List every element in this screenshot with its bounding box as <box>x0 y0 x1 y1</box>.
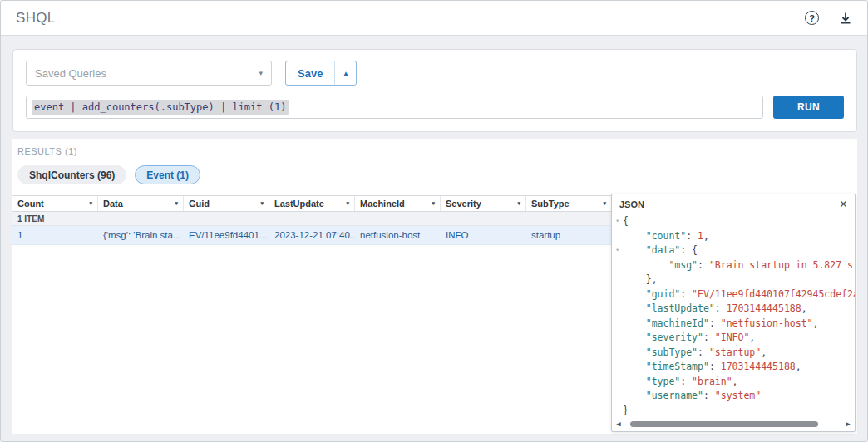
json-token-str: "Brain startup in 5.827 s (pid 1)" <box>709 259 855 271</box>
scrollbar-track[interactable] <box>624 419 843 430</box>
scroll-right-icon[interactable]: ▶ <box>843 417 853 431</box>
query-card: Saved Queries ▾ Save ▲ event | add_count… <box>12 49 857 132</box>
json-token-punct: : <box>680 244 692 256</box>
saved-queries-placeholder: Saved Queries <box>35 67 106 80</box>
help-icon[interactable]: ? <box>805 11 819 25</box>
column-label: Data <box>103 199 123 209</box>
json-line: }, <box>612 273 855 287</box>
gutter-spacer <box>612 375 623 390</box>
table-cell: {'msg': 'Brain sta... <box>98 230 184 240</box>
json-token-punct: } <box>623 405 629 416</box>
page-title: SHQL <box>16 10 56 27</box>
download-icon[interactable] <box>839 12 852 25</box>
json-token-key: "count" <box>646 230 686 242</box>
column-header-severity[interactable]: Severity▾ <box>441 196 526 211</box>
table-cell: EV/11ee9fd4401... <box>184 230 269 240</box>
json-body: ▾{ "count": 1,▾ "data": { "msg": "Brain … <box>612 214 855 431</box>
json-panel-title: JSON <box>619 199 644 209</box>
json-code: "guid": "EV/11ee9fd440107f42945cdef2a46b… <box>623 287 855 302</box>
json-token-str: "startup" <box>709 346 761 358</box>
column-header-lastupdate[interactable]: LastUpdate▾ <box>269 196 355 211</box>
json-panel-header: JSON × <box>612 194 855 214</box>
column-label: SubType <box>531 199 570 209</box>
collapse-icon[interactable]: ▾ <box>612 214 623 229</box>
column-header-guid[interactable]: Guid▾ <box>184 196 269 211</box>
sort-caret-icon[interactable]: ▾ <box>89 200 92 207</box>
save-button[interactable]: Save <box>286 61 334 85</box>
gutter-spacer <box>612 287 623 302</box>
sort-caret-icon[interactable]: ▾ <box>432 200 435 207</box>
column-header-subtype[interactable]: SubType▾ <box>526 196 612 211</box>
results-label: RESULTS (1) <box>12 139 857 156</box>
results-tab-event[interactable]: Event (1) <box>135 165 200 184</box>
sort-caret-icon[interactable]: ▾ <box>175 200 178 207</box>
json-token-punct: : <box>709 361 721 372</box>
json-token-str: "brain" <box>692 376 732 387</box>
column-label: MachineId <box>360 199 405 209</box>
json-token-key: "username" <box>646 390 703 401</box>
column-label: Guid <box>189 199 210 209</box>
collapse-icon[interactable]: ▾ <box>612 243 623 258</box>
column-header-count[interactable]: Count▾ <box>12 196 98 211</box>
json-token-str: "system" <box>715 390 761 401</box>
gutter-spacer <box>612 331 623 346</box>
close-icon[interactable]: × <box>840 198 847 211</box>
query-input[interactable]: event | add_counters(.subType) | limit (… <box>26 96 763 119</box>
sort-caret-icon[interactable]: ▾ <box>260 200 264 207</box>
json-line: "msg": "Brain startup in 5.827 s (pid 1)… <box>612 258 855 273</box>
json-line: "username": "system" <box>612 389 855 404</box>
json-token-punct: , <box>796 361 801 372</box>
gutter-spacer <box>612 360 623 375</box>
query-text: event | add_counters(.subType) | limit (… <box>32 100 289 115</box>
scroll-left-icon[interactable]: ◀ <box>614 417 624 431</box>
json-line: ▾ "data": { <box>612 243 855 258</box>
sort-caret-icon[interactable]: ▾ <box>603 200 606 207</box>
column-header-machineid[interactable]: MachineId▾ <box>355 196 441 211</box>
gutter-spacer <box>612 346 623 361</box>
json-token-num: 1703144445188 <box>721 361 796 372</box>
json-token-punct: , <box>761 346 767 358</box>
json-line: "subType": "startup", <box>612 346 855 361</box>
json-line: "guid": "EV/11ee9fd440107f42945cdef2a46b… <box>612 287 855 302</box>
scrollbar-thumb[interactable] <box>630 421 818 427</box>
results-tab-shqlcounters[interactable]: ShqlCounters (96) <box>17 165 126 184</box>
json-token-punct: , <box>732 376 738 387</box>
json-token-num: 1703144445188 <box>727 302 801 314</box>
json-token-punct: : <box>686 230 698 242</box>
json-token-punct: : <box>680 288 692 300</box>
table-cell: netfusion-host <box>355 230 441 240</box>
top-bar: SHQL ? <box>1 1 867 36</box>
json-code: "timeStamp": 1703144445188, <box>623 360 801 375</box>
json-lines: ▾{ "count": 1,▾ "data": { "msg": "Brain … <box>612 214 855 418</box>
table-cell: 2023-12-21 07:40... <box>269 230 355 240</box>
json-code: "count": 1, <box>623 229 709 244</box>
json-token-key: "guid" <box>646 288 681 300</box>
table-cell: 1 <box>12 230 98 240</box>
json-token-punct: : <box>703 332 715 343</box>
json-line: } <box>612 404 855 419</box>
table-header-row: Count▾Data▾Guid▾LastUpdate▾MachineId▾Sev… <box>12 195 612 212</box>
json-token-punct: , <box>813 317 819 329</box>
json-code: "machineId": "netfusion-host", <box>623 317 818 332</box>
table-row[interactable]: 1{'msg': 'Brain sta...EV/11ee9fd4401...2… <box>12 226 612 245</box>
run-button[interactable]: RUN <box>773 96 844 119</box>
json-token-key: "severity" <box>646 332 703 343</box>
json-token-str: "EV/11ee9fd440107f42945cdef2a46bc29e" <box>692 288 855 300</box>
saved-queries-select[interactable]: Saved Queries ▾ <box>26 61 272 86</box>
horizontal-scrollbar[interactable]: ◀ ▶ <box>614 419 853 430</box>
sort-caret-icon[interactable]: ▾ <box>517 200 520 207</box>
gutter-spacer <box>612 389 623 404</box>
json-code: { <box>623 214 629 229</box>
gutter-spacer <box>612 258 623 273</box>
gutter-spacer <box>612 317 623 332</box>
json-token-punct: { <box>623 215 629 227</box>
json-token-punct: : <box>703 390 715 401</box>
json-line: ▾{ <box>612 214 855 229</box>
chevron-down-icon: ▾ <box>259 69 263 77</box>
gutter-spacer <box>612 404 623 419</box>
json-token-key: "msg" <box>668 259 698 271</box>
save-menu-button[interactable]: ▲ <box>334 61 356 85</box>
column-header-data[interactable]: Data▾ <box>98 196 184 211</box>
sort-caret-icon[interactable]: ▾ <box>346 200 349 207</box>
json-token-key: "type" <box>646 376 681 387</box>
